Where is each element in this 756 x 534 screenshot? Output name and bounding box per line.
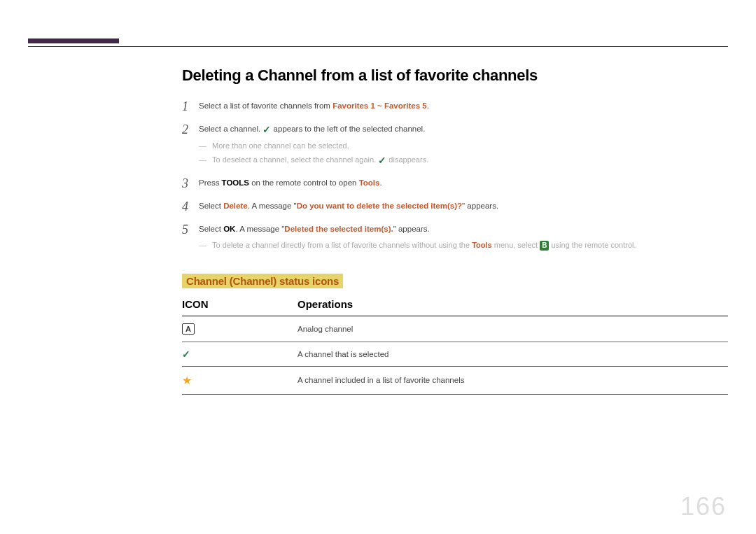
content-area: Deleting a Channel from a list of favori… [182, 66, 728, 395]
deleted-message: Deleted the selected item(s). [284, 225, 393, 233]
ok-label: OK [223, 225, 235, 233]
note-text: menu, select [492, 241, 540, 249]
step-text: Select [199, 202, 223, 210]
star-icon: ★ [182, 374, 192, 386]
step-3: Press TOOLS on the remote control to ope… [182, 177, 728, 189]
operation-cell: A channel that is selected [298, 342, 728, 366]
b-button-icon: B [540, 241, 549, 251]
step-4: Select Delete. A message "Do you want to… [182, 200, 728, 212]
steps-list: Select a list of favorite channels from … [182, 100, 728, 251]
step-text: Select a channel. [199, 125, 262, 133]
step-text: Select a list of favorite channels from [199, 101, 332, 110]
step-text: appears to the left of the selected chan… [271, 125, 425, 133]
step-text: . [427, 101, 429, 110]
table-header-row: ICON Operations [182, 295, 728, 316]
checkmark-icon: ✓ [262, 125, 271, 134]
confirm-message: Do you want to delete the selected item(… [297, 202, 462, 210]
step-2: Select a channel. ✓ appears to the left … [182, 123, 728, 165]
step-5-notes: To delete a channel directly from a list… [199, 239, 728, 251]
status-icons-heading: Channel (Channel) status icons [182, 274, 343, 288]
sidebar-marker [28, 38, 119, 43]
step-text: . A message " [235, 225, 284, 233]
operation-cell: Analog channel [298, 316, 728, 342]
icon-cell: ★ [182, 366, 298, 394]
step-text: on the remote control to open [249, 178, 359, 187]
note-text: More than one channel can be selected. [212, 141, 349, 150]
tools-label: Tools [472, 241, 492, 249]
analog-a-icon: A [182, 323, 195, 335]
tools-menu-label: Tools [359, 178, 380, 187]
step-text: " appears. [393, 225, 430, 233]
step-text: . [379, 178, 382, 187]
step-2-notes: More than one channel can be selected. T… [199, 140, 728, 166]
table-row: ★ A channel included in a list of favori… [182, 366, 728, 394]
note-text: To deselect a channel, select the channe… [212, 155, 378, 164]
delete-label: Delete [223, 202, 248, 210]
document-page: Deleting a Channel from a list of favori… [0, 0, 756, 534]
note-text: To delete a channel directly from a list… [212, 241, 472, 249]
checkmark-icon: ✓ [182, 349, 190, 359]
step-text: . A message " [248, 202, 297, 210]
note-line: To delete a channel directly from a list… [199, 239, 728, 251]
favorites-range: Favorites 1 ~ Favorites 5 [332, 101, 427, 110]
col-operations-header: Operations [298, 295, 728, 316]
icon-cell: A [182, 316, 298, 342]
status-icons-table: ICON Operations A Analog channel ✓ A cha… [182, 295, 728, 395]
icon-cell: ✓ [182, 342, 298, 366]
checkmark-icon: ✓ [378, 155, 386, 165]
step-5: Select OK. A message "Deleted the select… [182, 223, 728, 251]
table-row: A Analog channel [182, 316, 728, 342]
operation-cell: A channel included in a list of favorite… [298, 366, 728, 394]
note-text: using the remote control. [549, 241, 636, 249]
table-row: ✓ A channel that is selected [182, 342, 728, 366]
step-text: " appears. [462, 202, 498, 210]
page-number: 166 [680, 492, 727, 521]
top-rule [28, 46, 728, 47]
page-title: Deleting a Channel from a list of favori… [182, 66, 728, 85]
tools-button-label: TOOLS [222, 178, 249, 187]
step-text: Select [199, 225, 223, 233]
col-icon-header: ICON [182, 295, 298, 316]
note-line: To deselect a channel, select the channe… [199, 154, 728, 166]
step-text: Press [199, 178, 222, 187]
step-1: Select a list of favorite channels from … [182, 100, 728, 112]
note-text: disappears. [386, 155, 428, 164]
note-line: More than one channel can be selected. [199, 140, 728, 152]
